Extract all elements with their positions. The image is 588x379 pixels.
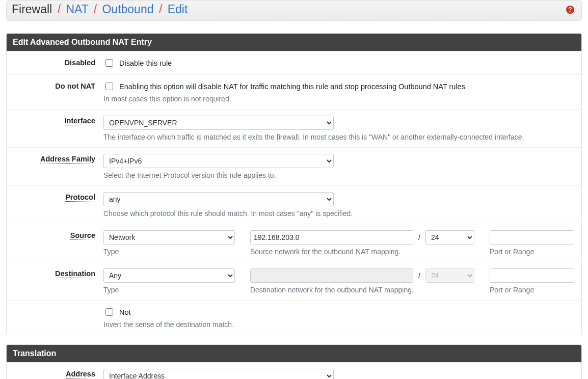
interface-help: The interface on which traffic is matche… (103, 133, 575, 141)
label-trans-address: Address (7, 369, 103, 379)
not-checkbox-label: Not (119, 308, 131, 316)
source-mask-select[interactable]: 24 (425, 230, 474, 245)
destination-network-input (250, 268, 413, 283)
destination-port-caption: Port or Range (490, 286, 574, 294)
not-help: Invert the sense of the destination matc… (103, 320, 575, 329)
disabled-checkbox[interactable] (105, 59, 113, 67)
label-protocol: Protocol (7, 192, 103, 218)
translation-address-select[interactable]: Interface Address (103, 369, 334, 379)
breadcrumb-edit[interactable]: Edit (168, 3, 188, 16)
address-family-help: Select the Internet Protocol version thi… (103, 171, 575, 179)
destination-network-caption: Destination network for the outbound NAT… (250, 286, 474, 294)
source-port-input[interactable] (490, 230, 574, 245)
disabled-checkbox-wrap[interactable]: Disable this rule (103, 59, 172, 67)
donotnat-help: In most cases this option is not require… (103, 95, 575, 103)
panel-translation: Translation Address Interface Address Co… (6, 344, 582, 379)
donotnat-checkbox-wrap[interactable]: Enabling this option will disable NAT fo… (103, 83, 465, 91)
donotnat-checkbox-label: Enabling this option will disable NAT fo… (119, 83, 465, 91)
breadcrumb-outbound[interactable]: Outbound (102, 3, 153, 16)
label-destination: Destination (7, 268, 103, 294)
destination-mask-select: 24 (425, 268, 474, 283)
label-source: Source (7, 230, 103, 256)
destination-type-select[interactable]: Any (103, 268, 235, 283)
protocol-help: Choose which protocol this rule should m… (103, 209, 575, 218)
source-type-select[interactable]: Network (103, 230, 235, 245)
destination-type-caption: Type (103, 286, 235, 294)
breadcrumb-root: Firewall (12, 3, 52, 16)
panel-edit-nat: Edit Advanced Outbound NAT Entry Disable… (6, 33, 582, 335)
source-network-input[interactable] (250, 230, 413, 245)
destination-port-input[interactable] (490, 268, 574, 283)
protocol-select[interactable]: any (103, 192, 334, 206)
source-port-caption: Port or Range (490, 248, 574, 256)
interface-select[interactable]: OPENVPN_SERVER (103, 116, 334, 130)
help-icon[interactable]: ? (566, 6, 574, 14)
label-interface: Interface (7, 116, 103, 141)
panel-title: Edit Advanced Outbound NAT Entry (7, 34, 581, 51)
label-address-family: Address Family (7, 154, 103, 179)
disabled-checkbox-label: Disable this rule (119, 59, 172, 67)
page-header: Firewall / NAT / Outbound / Edit ? (6, 0, 582, 21)
panel-translation-title: Translation (7, 345, 581, 362)
label-donotnat: Do not NAT (7, 81, 103, 103)
not-checkbox[interactable] (105, 308, 113, 316)
source-network-caption: Source network for the outbound NAT mapp… (250, 248, 474, 256)
source-type-caption: Type (103, 248, 235, 256)
address-family-select[interactable]: IPv4+IPv6 (103, 154, 334, 168)
donotnat-checkbox[interactable] (105, 83, 113, 90)
breadcrumb-nat[interactable]: NAT (66, 3, 88, 16)
label-disabled: Disabled (7, 58, 103, 68)
breadcrumb: Firewall / NAT / Outbound / Edit (12, 3, 566, 16)
not-checkbox-wrap[interactable]: Not (103, 308, 131, 316)
